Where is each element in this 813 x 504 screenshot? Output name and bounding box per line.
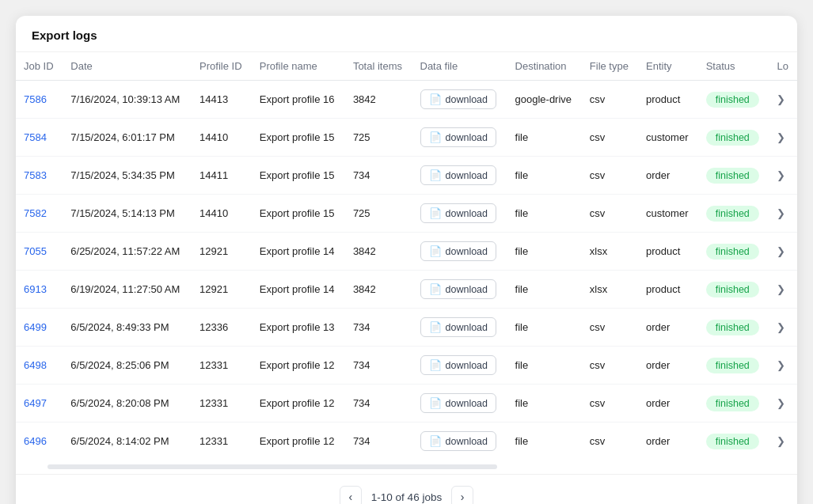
cell-status: finished xyxy=(698,347,769,385)
cell-status: finished xyxy=(698,81,769,119)
download-icon: 📄 xyxy=(429,283,442,295)
job-id-link[interactable]: 7584 xyxy=(24,131,47,143)
cell-profile-name: Export profile 15 xyxy=(252,195,345,233)
cell-data-file: 📄 download xyxy=(412,271,507,309)
status-badge: finished xyxy=(706,434,759,449)
cell-entity: order xyxy=(638,309,698,347)
download-button[interactable]: 📄 download xyxy=(420,355,497,375)
cell-job-id: 7584 xyxy=(16,119,63,157)
cell-log: ❯ xyxy=(769,157,797,195)
cell-profile-id: 14413 xyxy=(192,81,252,119)
cell-total-items: 734 xyxy=(345,385,412,423)
cell-data-file: 📄 download xyxy=(412,195,507,233)
cell-file-type: csv xyxy=(582,157,638,195)
next-page-button[interactable]: › xyxy=(451,486,473,504)
job-id-link[interactable]: 7055 xyxy=(24,245,47,257)
cell-total-items: 734 xyxy=(345,423,412,460)
table-row: 6499 6/5/2024, 8:49:33 PM 12336 Export p… xyxy=(16,309,797,347)
download-button[interactable]: 📄 download xyxy=(420,165,497,185)
cell-log: ❯ xyxy=(769,81,797,119)
cell-date: 6/25/2024, 11:57:22 AM xyxy=(63,233,192,271)
cell-destination: file xyxy=(507,195,582,233)
job-id-link[interactable]: 6499 xyxy=(24,321,47,333)
cell-profile-name: Export profile 14 xyxy=(252,271,345,309)
cell-status: finished xyxy=(698,271,769,309)
log-value: ❯ xyxy=(777,283,785,295)
cell-file-type: csv xyxy=(582,423,638,460)
cell-date: 7/16/2024, 10:39:13 AM xyxy=(63,81,192,119)
job-id-link[interactable]: 6913 xyxy=(24,283,47,295)
download-button[interactable]: 📄 download xyxy=(420,127,497,147)
cell-date: 7/15/2024, 6:01:17 PM xyxy=(63,119,192,157)
download-button[interactable]: 📄 download xyxy=(420,203,497,223)
horizontal-scrollbar[interactable] xyxy=(47,464,497,469)
job-id-link[interactable]: 7582 xyxy=(24,207,47,219)
job-id-link[interactable]: 6497 xyxy=(24,397,47,409)
table-header-row: Job ID Date Profile ID Profile name Tota… xyxy=(16,52,797,81)
download-button[interactable]: 📄 download xyxy=(420,279,497,299)
cell-date: 7/15/2024, 5:14:13 PM xyxy=(63,195,192,233)
cell-job-id: 7582 xyxy=(16,195,63,233)
status-badge: finished xyxy=(706,244,759,260)
status-badge: finished xyxy=(706,320,759,335)
cell-file-type: csv xyxy=(582,347,638,385)
cell-log: ❯ xyxy=(769,347,797,385)
cell-log: ❯ xyxy=(769,423,797,460)
log-value: ❯ xyxy=(777,359,785,371)
download-icon: 📄 xyxy=(429,245,442,257)
col-header-job-id: Job ID xyxy=(16,52,63,81)
cell-data-file: 📄 download xyxy=(412,423,507,460)
cell-file-type: csv xyxy=(582,385,638,423)
cell-log: ❯ xyxy=(769,119,797,157)
col-header-destination: Destination xyxy=(507,52,582,81)
download-icon: 📄 xyxy=(429,207,442,219)
cell-data-file: 📄 download xyxy=(412,309,507,347)
cell-entity: product xyxy=(638,81,698,119)
cell-log: ❯ xyxy=(769,385,797,423)
cell-file-type: csv xyxy=(582,195,638,233)
status-badge: finished xyxy=(706,92,759,108)
download-button[interactable]: 📄 download xyxy=(420,431,497,451)
download-button[interactable]: 📄 download xyxy=(420,241,497,261)
download-button[interactable]: 📄 download xyxy=(420,89,497,109)
cell-profile-id: 12331 xyxy=(192,347,252,385)
job-id-link[interactable]: 6496 xyxy=(24,435,47,447)
status-badge: finished xyxy=(706,130,759,146)
cell-file-type: csv xyxy=(582,81,638,119)
cell-log: ❯ xyxy=(769,309,797,347)
cell-profile-name: Export profile 12 xyxy=(252,347,345,385)
table-row: 6498 6/5/2024, 8:25:06 PM 12331 Export p… xyxy=(16,347,797,385)
table-row: 7583 7/15/2024, 5:34:35 PM 14411 Export … xyxy=(16,157,797,195)
log-value: ❯ xyxy=(777,435,785,447)
cell-entity: order xyxy=(638,423,698,460)
cell-log: ❯ xyxy=(769,271,797,309)
cell-destination: file xyxy=(507,385,582,423)
job-id-link[interactable]: 7583 xyxy=(24,169,47,181)
log-value: ❯ xyxy=(777,207,785,219)
job-id-link[interactable]: 7586 xyxy=(24,93,47,105)
table-row: 6913 6/19/2024, 11:27:50 AM 12921 Export… xyxy=(16,271,797,309)
cell-log: ❯ xyxy=(769,195,797,233)
cell-total-items: 734 xyxy=(345,347,412,385)
cell-data-file: 📄 download xyxy=(412,233,507,271)
cell-total-items: 734 xyxy=(345,309,412,347)
cell-destination: file xyxy=(507,347,582,385)
download-button[interactable]: 📄 download xyxy=(420,393,497,413)
job-id-link[interactable]: 6498 xyxy=(24,359,47,371)
status-badge: finished xyxy=(706,358,759,373)
cell-profile-id: 14410 xyxy=(192,195,252,233)
export-logs-table: Job ID Date Profile ID Profile name Tota… xyxy=(16,52,797,460)
cell-date: 6/5/2024, 8:14:02 PM xyxy=(63,423,192,460)
cell-status: finished xyxy=(698,385,769,423)
prev-page-button[interactable]: ‹ xyxy=(340,486,362,504)
page-title: Export logs xyxy=(16,16,797,52)
cell-date: 6/5/2024, 8:49:33 PM xyxy=(63,309,192,347)
download-icon: 📄 xyxy=(429,321,442,333)
download-button[interactable]: 📄 download xyxy=(420,317,497,337)
table-wrapper: Job ID Date Profile ID Profile name Tota… xyxy=(16,52,797,460)
cell-profile-id: 12331 xyxy=(192,385,252,423)
download-icon: 📄 xyxy=(429,131,442,143)
cell-profile-name: Export profile 12 xyxy=(252,423,345,460)
cell-profile-name: Export profile 15 xyxy=(252,119,345,157)
cell-date: 6/19/2024, 11:27:50 AM xyxy=(63,271,192,309)
